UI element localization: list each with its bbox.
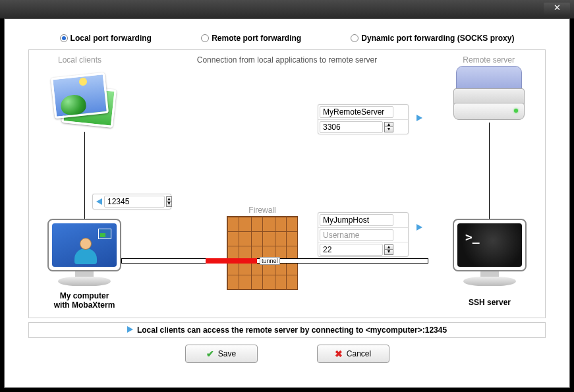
remote-server-icon [449, 63, 529, 129]
radio-local-forwarding[interactable]: Local port forwarding [60, 34, 152, 43]
hint-bar: Local clients can access the remote serv… [28, 322, 546, 338]
ssh-server-group: ▲▼ [318, 212, 409, 257]
my-computer-label: My computer with MobaXterm [38, 291, 130, 310]
local-port-spinner[interactable]: ▲▼ [166, 196, 172, 207]
ssh-server-icon: >_ [444, 219, 536, 298]
connector-line [84, 132, 85, 219]
local-clients-label: Local clients [58, 55, 101, 65]
diagram-area: Connection from local applications to re… [28, 49, 546, 318]
remote-server-group: ▲▼ [318, 104, 409, 134]
hint-text: Local clients can access the remote serv… [137, 325, 447, 335]
local-port-input[interactable] [104, 196, 165, 208]
cancel-label: Cancel [347, 349, 371, 358]
radio-remote-forwarding[interactable]: Remote port forwarding [201, 34, 301, 43]
radio-local-label: Local port forwarding [71, 34, 152, 43]
arrow-right-icon [413, 112, 425, 124]
dialog-window: Local port forwarding Remote port forwar… [4, 18, 570, 388]
firewall-label: Firewall [227, 206, 298, 215]
radio-dot-icon [351, 34, 359, 42]
local-clients-icon [49, 69, 121, 131]
arrow-right-icon [413, 221, 425, 233]
ssh-server-label: SSH server [444, 298, 536, 307]
forwarding-type-radios: Local port forwarding Remote port forwar… [28, 31, 546, 45]
ssh-port-spinner[interactable]: ▲▼ [384, 244, 393, 255]
terminal-prompt-icon: >_ [465, 230, 480, 244]
cancel-button[interactable]: ✖ Cancel [317, 345, 389, 363]
local-port-group: ▲▼ [92, 194, 171, 210]
button-row: ✔ Save ✖ Cancel [28, 345, 546, 363]
remote-port-input[interactable] [320, 121, 383, 133]
close-button[interactable]: ✕ [544, 3, 570, 14]
firewall-icon: Firewall [227, 216, 298, 290]
titlebar: ✕ [0, 0, 574, 18]
radio-dot-icon [201, 34, 209, 42]
radio-dot-icon [60, 34, 68, 42]
ssh-user-input[interactable] [320, 229, 393, 241]
arrow-left-icon [96, 196, 102, 208]
check-icon: ✔ [206, 349, 214, 359]
save-label: Save [218, 349, 236, 358]
my-computer-icon [38, 219, 130, 298]
radio-remote-label: Remote port forwarding [212, 34, 301, 43]
tunnel-through-firewall [206, 258, 257, 264]
tunnel-label: tunnel [260, 257, 280, 265]
arrow-right-icon [127, 325, 133, 335]
remote-port-spinner[interactable]: ▲▼ [384, 122, 393, 132]
ssh-host-input[interactable] [320, 214, 393, 226]
save-button[interactable]: ✔ Save [185, 345, 258, 363]
radio-dynamic-label: Dynamic port forwarding (SOCKS proxy) [361, 34, 514, 43]
x-icon: ✖ [335, 349, 343, 359]
ssh-port-input[interactable] [320, 244, 383, 256]
remote-host-input[interactable] [320, 106, 393, 118]
radio-dynamic-forwarding[interactable]: Dynamic port forwarding (SOCKS proxy) [351, 34, 514, 43]
connector-line [489, 123, 490, 221]
